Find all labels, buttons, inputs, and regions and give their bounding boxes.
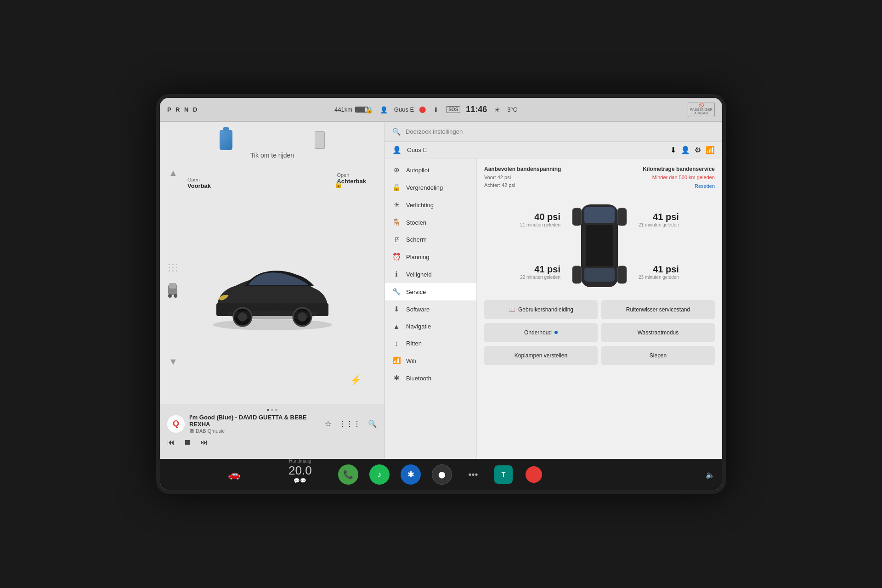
temperature-display: 3°C [507,106,517,113]
svg-rect-11 [584,207,615,223]
record-indicator [419,107,426,113]
user-download-icon: ⬇ [670,146,676,154]
more-icon: ••• [468,469,478,480]
taskbar: 🚗 Handmatig 20.0 💬💬 📞 ♪ ✱ ⬤ [160,459,722,490]
user-bar-actions: ⬇ 👤 ⚙ 📶 [670,146,715,154]
ruitenwisser-button[interactable]: Ruitenwisser servicestand [601,300,715,319]
menu-item-autopilot[interactable]: ⊕ Autopilot [385,161,476,179]
tire-fl: 40 psi 21 minuten geleden [520,212,560,227]
temp-value: 20.0 [288,464,312,478]
menu-item-wifi[interactable]: 📶 Wifi [385,352,476,369]
prnd-display: P R N D [167,106,198,113]
user-info-bar: 👤 Guus E ⬇ 👤 ⚙ 📶 [385,142,722,158]
spotify-icon: ♪ [378,470,382,480]
menu-item-veiligheid[interactable]: ℹ Veiligheid [385,266,476,283]
music-info-row: Q I'm Good (Blue) - DAVID GUETTA & BEBE … [167,414,377,434]
bt-icon: ✱ [407,469,414,480]
nav-icon: ▲ [392,322,401,330]
slepen-button[interactable]: Slepen [601,346,715,365]
wiper-label: Ruitenwisser servicestand [626,306,690,313]
menu-label-software: Software [406,306,430,313]
menu-label-bluetooth: Bluetooth [406,375,431,382]
tire-pressure-block: Aanbevolen bandenspanning Voor: 42 psi A… [484,166,561,189]
open-voorbak-label[interactable]: Open Voorbak [187,177,211,189]
menu-item-ritten[interactable]: ↕ Ritten [385,335,476,352]
user-icon: 👤 [379,105,389,114]
charge-icon: ⚡ [350,374,362,385]
right-panel: 🔍 👤 Guus E ⬇ 👤 ⚙ 📶 [385,122,722,459]
screen-icon: 🖥 [392,236,401,243]
phone-icon: 📞 [343,469,353,480]
tire-rear-pressure: Achter: 42 psi [484,181,561,189]
menu-label-stoelen: Stoelen [406,219,426,226]
tire-fr-time: 21 minuten geleden [639,222,679,227]
onderhoud-label: Onderhoud [524,329,552,336]
tire-front-pressure: Voor: 42 psi [484,174,561,181]
wasstraat-button[interactable]: Wasstraatmodus [601,323,715,342]
tire-rr-value: 41 psi [639,264,679,275]
phone-button[interactable]: 📞 [338,464,358,485]
menu-label-vergrendeling: Vergrendeling [406,184,443,191]
svg-rect-12 [584,268,615,282]
center-status: 🔒 👤 Guus E ⬇ SOS 11:46 ☀ 3°C [365,105,517,114]
coolant-icon [315,131,325,149]
tire-rr: 41 psi 23 minuten geleden [639,264,679,280]
car-top-view [570,195,629,296]
search-music-icon[interactable]: 🔍 [368,419,377,428]
user-avatar-icon: 👤 [392,146,401,154]
app-teal-button[interactable]: T [494,465,513,484]
menu-item-stoelen[interactable]: 🪑 Stoelen [385,214,476,231]
settings-menu: ⊕ Autopilot 🔒 Vergrendeling ☀ Verlichtin… [385,158,477,459]
service-icon: 🔧 [392,288,401,296]
koplampen-button[interactable]: Koplampen verstellen [484,346,598,365]
left-panel: ▲ ▼ [160,122,385,459]
right-status: 🚫 PASSENGERAIRBAG [688,102,715,117]
menu-item-planning[interactable]: ⏰ Planning [385,248,476,266]
light-icon: ☀ [392,201,401,209]
stop-button[interactable]: ⏹ [184,438,191,447]
safety-icon: ℹ [392,270,401,278]
koplampen-label: Koplampen verstellen [514,352,567,359]
svg-rect-14 [572,208,582,226]
reset-link[interactable]: Resetten [695,183,715,189]
car-home-icon[interactable]: 🚗 [228,469,240,481]
user-bar-name: Guus E [407,147,427,153]
gebruikershandleiding-button[interactable]: 📖 Gebruikershandleiding [484,300,598,319]
menu-item-bluetooth[interactable]: ✱ Bluetooth [385,369,476,387]
equalizer-icon[interactable]: ⋮⋮⋮ [339,419,361,428]
song-title: I'm Good (Blue) - DAVID GUETTA & BEBE RE… [189,414,320,428]
tire-fl-value: 40 psi [520,212,560,222]
menu-label-veiligheid: Veiligheid [406,271,432,278]
bluetooth-button[interactable]: ✱ [401,464,421,485]
menu-item-service[interactable]: 🔧 Service [385,283,476,300]
more-button[interactable]: ••• [463,464,483,485]
camera-button[interactable]: ⬤ [432,464,452,485]
service-content: Aanbevolen bandenspanning Voor: 42 psi A… [477,158,722,459]
planning-icon: ⏰ [392,253,401,261]
menu-label-verlichting: Verlichting [406,202,434,209]
wifi-icon: 📶 [392,356,401,365]
spotify-button[interactable]: ♪ [369,464,390,485]
menu-item-vergrendeling[interactable]: 🔒 Vergrendeling [385,179,476,196]
screen-bezel: P R N D 441km 🔒 👤 Guus E ⬇ SOS 11:46 ☀ 3… [156,94,726,494]
music-details: I'm Good (Blue) - DAVID GUETTA & BEBE RE… [189,414,320,434]
menu-item-verlichting[interactable]: ☀ Verlichting [385,196,476,214]
next-button[interactable]: ⏭ [200,438,208,447]
lock-status-icon: 🔒 [365,105,374,114]
music-controls: ⏮ ⏹ ⏭ [167,436,377,448]
red-app-button[interactable] [524,464,544,485]
favorite-icon[interactable]: ☆ [325,419,331,428]
airbag-badge: 🚫 PASSENGERAIRBAG [688,102,715,117]
onderhoud-button[interactable]: Onderhoud [484,323,598,342]
menu-item-software[interactable]: ⬇ Software [385,300,476,318]
prev-button[interactable]: ⏮ [167,438,175,447]
menu-item-scherm[interactable]: 🖥 Scherm [385,231,476,248]
volume-icon[interactable]: 🔈 [706,470,715,479]
km-service-sub: Minder dan 500 km geleden [643,174,715,181]
menu-item-navigatie[interactable]: ▲ Navigatie [385,318,476,335]
station-info: ▦ DAB Qmusic [189,428,320,434]
tire-fl-time: 21 minuten geleden [520,222,560,227]
km-service-title: Kilometrage bandenservice [643,166,715,172]
search-input[interactable] [406,128,715,135]
fluid-label: Tik om te rijden [250,152,294,159]
